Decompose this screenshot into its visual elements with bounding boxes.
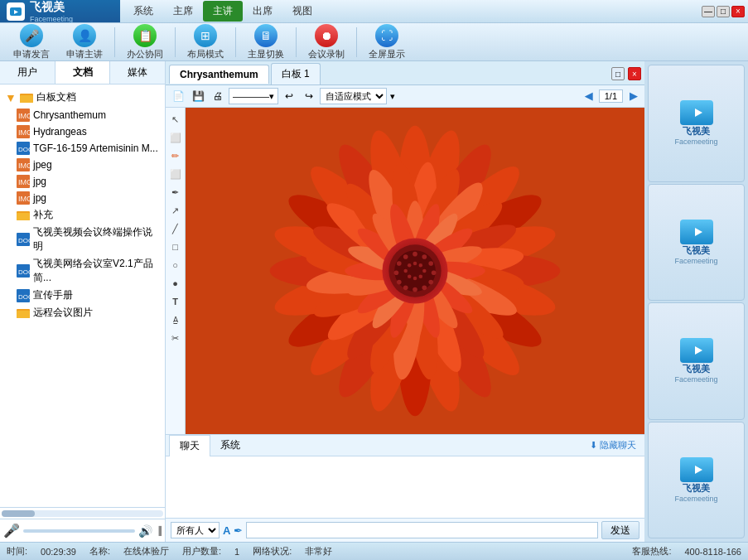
users-label: 用户数量: (182, 545, 221, 558)
maximize-button[interactable]: □ (717, 6, 730, 17)
new-whiteboard-button[interactable]: 📄 (169, 87, 187, 105)
tab-documents[interactable]: 文档 (55, 61, 111, 84)
ellipse-tool[interactable]: ○ (167, 257, 184, 273)
request-speak-label: 申请发言 (13, 48, 50, 60)
layout-mode-icon: ⊞ (194, 24, 217, 47)
line-tool[interactable]: ╱ (167, 220, 184, 237)
eraser-tool[interactable]: ⬜ (167, 166, 184, 182)
zoom-area-tool[interactable]: ⬜ (167, 129, 184, 146)
svg-point-111 (419, 263, 423, 268)
participant-sub-4: Facemeeting (674, 495, 717, 503)
record-icon: ⏺ (315, 24, 338, 47)
print-button[interactable]: 🖨 (209, 87, 227, 105)
svg-marker-123 (695, 346, 702, 355)
doc-tab-chrysanthemum[interactable]: Chrysanthemum (169, 65, 269, 84)
record-label: 会议录制 (308, 48, 345, 60)
menu-presenter[interactable]: 主讲 (203, 1, 243, 22)
list-item[interactable]: IMG jpg (3, 173, 162, 190)
svg-marker-121 (695, 228, 702, 236)
pointer-tool[interactable]: ↗ (167, 202, 184, 219)
list-item[interactable]: DOC 飞视美网络会议室V2.1产品简... (3, 255, 162, 287)
close-button[interactable]: × (731, 6, 745, 17)
participant-card-2: 飞视美 Facemeeting (648, 184, 745, 302)
tab-media[interactable]: 媒体 (110, 61, 165, 84)
volume-slider[interactable] (23, 529, 135, 533)
list-item[interactable]: IMG Hydrangeas (3, 123, 162, 140)
sidebar-scrollbar[interactable] (0, 507, 165, 519)
chat-input[interactable] (246, 522, 598, 538)
sidebar-tabs: 用户 文档 媒体 (0, 61, 165, 84)
list-item[interactable]: IMG jpeg (3, 157, 162, 173)
participant-card-1: 飞视美 Facemeeting (648, 65, 745, 182)
layout-mode-button[interactable]: ⊞ 布局模式 (181, 22, 230, 63)
prev-page-button[interactable]: ◀ (581, 88, 597, 104)
hide-chat-button[interactable]: ⬇ 隐藏聊天 (585, 437, 641, 453)
save-button[interactable]: 💾 (189, 87, 207, 105)
list-item[interactable]: DOC 宣传手册 (3, 287, 162, 304)
text-style-tool[interactable]: A̲ (167, 311, 184, 328)
record-button[interactable]: ⏺ 会议录制 (302, 22, 351, 63)
svg-text:DOC: DOC (18, 146, 30, 153)
select-tool[interactable]: ↖ (167, 111, 184, 128)
logo-icon (7, 2, 25, 21)
list-item[interactable]: 远程会议图片 (3, 304, 162, 321)
chrysanthemum-image (186, 108, 644, 434)
request-speak-button[interactable]: 🎤 申请发言 (7, 22, 56, 63)
menu-chair[interactable]: 主席 (163, 1, 203, 22)
draw-toolbar: 📄 💾 🖨 ————▾ ↩ ↪ 自适应模式 ▾ ◀ 1/1 ▶ (166, 85, 644, 108)
participant-name-4: 飞视美 (683, 482, 710, 495)
list-item[interactable]: IMG jpg (3, 190, 162, 206)
canvas-area: ↖ ⬜ ✏ ⬜ ✒ ↗ ╱ □ ○ ● T A̲ ✂ (166, 108, 644, 434)
tab-close-button[interactable]: × (628, 67, 641, 80)
chat-tab-chat[interactable]: 聊天 (169, 435, 210, 456)
text-tool[interactable]: T (167, 293, 184, 310)
svg-point-105 (403, 286, 408, 291)
svg-point-109 (403, 254, 408, 259)
rect-tool[interactable]: □ (167, 239, 184, 255)
main-display-button[interactable]: 🖥 主显切换 (241, 22, 291, 63)
list-item[interactable]: 补充 (3, 206, 162, 224)
menu-attend[interactable]: 出席 (243, 1, 282, 22)
time-value: 00:29:39 (41, 547, 76, 557)
menu-system[interactable]: 系统 (123, 1, 163, 22)
fill-tool[interactable]: ● (167, 275, 184, 292)
participant-name-1: 飞视美 (683, 125, 710, 138)
chat-tab-system[interactable]: 系统 (210, 435, 250, 456)
highlight-tool[interactable]: ✒ (167, 184, 184, 200)
tab-users[interactable]: 用户 (0, 61, 55, 84)
svg-point-104 (413, 287, 417, 292)
content-area: Chrysanthemum 白板 1 □ × 📄 💾 🖨 ————▾ ↩ ↪ 自… (166, 61, 644, 542)
list-item[interactable]: DOC TGF-16-159 Artemisinin M... (3, 140, 162, 157)
request-presenter-button[interactable]: 👤 申请主讲 (60, 22, 109, 63)
recipient-select[interactable]: 所有人 (171, 522, 220, 538)
chat-tabs: 聊天 系统 ⬇ 隐藏聊天 (166, 435, 644, 456)
next-page-button[interactable]: ▶ (625, 88, 641, 104)
menu-view[interactable]: 视图 (282, 1, 322, 22)
doc-tab-whiteboard[interactable]: 白板 1 (271, 63, 321, 84)
list-item[interactable]: IMG Chrysanthemum (3, 107, 162, 123)
line-selector[interactable]: ————▾ (229, 88, 278, 104)
svg-point-101 (432, 270, 437, 275)
microphone-icon[interactable]: 🎤 (3, 523, 20, 538)
scrollbar-track[interactable] (2, 510, 163, 517)
participant-icon-4 (680, 457, 713, 482)
stamp-tool[interactable]: ✂ (167, 330, 184, 346)
undo-button[interactable]: ↩ (280, 87, 298, 105)
tree-root[interactable]: ▼ 白板文档 (3, 88, 162, 107)
fullscreen-button[interactable]: ⛶ 全屏显示 (362, 22, 412, 63)
view-mode-select[interactable]: 自适应模式 (320, 88, 387, 104)
svg-point-116 (403, 269, 408, 273)
list-item[interactable]: DOC 飞视美视频会议终端操作说明 (3, 224, 162, 255)
request-presenter-label: 申请主讲 (66, 48, 103, 60)
send-button[interactable]: 发送 (601, 521, 639, 539)
svg-point-117 (408, 263, 412, 268)
speaker-icon[interactable]: 🔊 (138, 524, 152, 538)
scrollbar-thumb[interactable] (2, 510, 35, 517)
toolbar-divider-5 (356, 27, 357, 57)
office-collab-button[interactable]: 📋 办公协同 (120, 22, 170, 63)
tab-restore-button[interactable]: □ (611, 67, 625, 80)
pen-tool[interactable]: ✏ (167, 147, 184, 164)
redo-button[interactable]: ↪ (300, 87, 318, 105)
minimize-button[interactable]: — (702, 6, 715, 17)
fit-indicator: ▾ (390, 91, 395, 102)
